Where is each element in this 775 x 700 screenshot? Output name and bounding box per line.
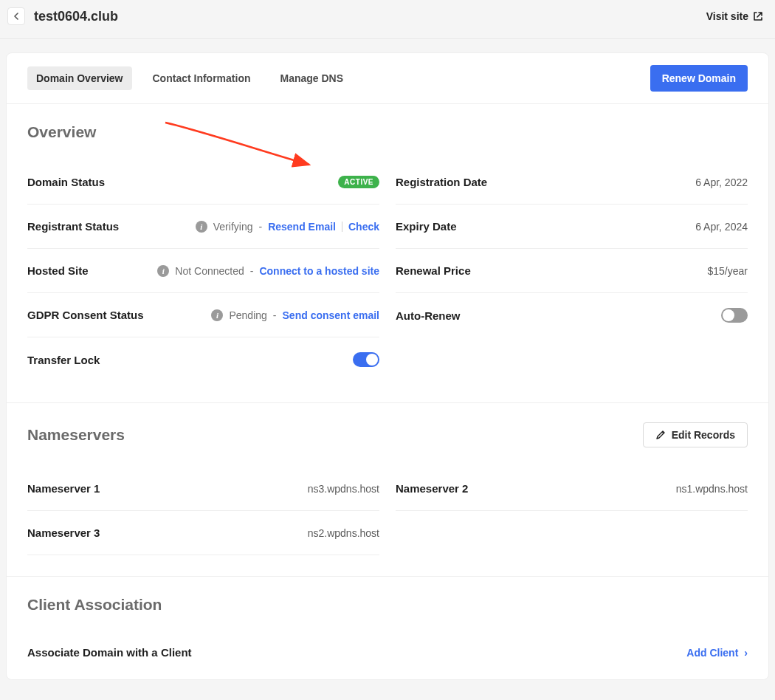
visit-site-link[interactable]: Visit site bbox=[706, 10, 763, 22]
separator: - bbox=[273, 309, 277, 321]
nameservers-heading: Nameservers bbox=[27, 426, 125, 444]
topbar: test0604.club Visit site bbox=[0, 0, 775, 39]
row-registrant-status: Registrant Status i Verifying - Resend E… bbox=[27, 205, 379, 249]
info-icon[interactable]: i bbox=[211, 309, 223, 321]
row-expiry-date: Expiry Date 6 Apr, 2024 bbox=[396, 205, 748, 249]
registration-date-value: 6 Apr, 2022 bbox=[695, 176, 748, 188]
nameserver-3-value: ns2.wpdns.host bbox=[308, 527, 379, 539]
domain-panel: Domain Overview Contact Information Mana… bbox=[6, 52, 769, 680]
row-renewal-price: Renewal Price $15/year bbox=[396, 249, 748, 293]
hosted-site-label: Hosted Site bbox=[27, 264, 89, 277]
registration-date-label: Registration Date bbox=[396, 176, 487, 188]
overview-section: Overview Domain Status ACTIVE Reg bbox=[7, 104, 768, 403]
nameserver-1-label: Nameserver 1 bbox=[27, 482, 100, 495]
add-client-link[interactable]: Add Client › bbox=[686, 647, 748, 659]
registrant-status-value: Verifying bbox=[213, 221, 253, 233]
tab-manage-dns[interactable]: Manage DNS bbox=[272, 66, 353, 90]
external-link-icon bbox=[753, 11, 763, 21]
client-association-heading: Client Association bbox=[27, 596, 748, 614]
row-registration-date: Registration Date 6 Apr, 2022 bbox=[396, 160, 748, 205]
edit-records-button[interactable]: Edit Records bbox=[643, 422, 748, 447]
row-auto-renew: Auto-Renew bbox=[396, 293, 748, 337]
row-associate-client: Associate Domain with a Client Add Clien… bbox=[27, 633, 748, 672]
overview-heading: Overview bbox=[27, 123, 748, 141]
tabs-row: Domain Overview Contact Information Mana… bbox=[7, 53, 768, 104]
transfer-lock-label: Transfer Lock bbox=[27, 354, 100, 366]
send-consent-email-link[interactable]: Send consent email bbox=[283, 309, 379, 321]
gdpr-label: GDPR Consent Status bbox=[27, 309, 144, 321]
row-nameserver-3: Nameserver 3 ns2.wpdns.host bbox=[27, 511, 379, 555]
edit-records-label: Edit Records bbox=[672, 429, 735, 441]
hosted-site-value: Not Connected bbox=[175, 265, 244, 277]
overview-left-col: Domain Status ACTIVE Registrant Status i… bbox=[27, 160, 379, 382]
nameserver-2-value: ns1.wpdns.host bbox=[676, 483, 748, 495]
separator: - bbox=[258, 221, 262, 233]
registrant-status-label: Registrant Status bbox=[27, 220, 119, 233]
row-hosted-site: Hosted Site i Not Connected - Connect to… bbox=[27, 249, 379, 293]
tab-domain-overview[interactable]: Domain Overview bbox=[27, 66, 132, 90]
row-nameserver-2: Nameserver 2 ns1.wpdns.host bbox=[396, 467, 748, 511]
client-association-section: Client Association Associate Domain with… bbox=[7, 577, 768, 679]
overview-right-col: Registration Date 6 Apr, 2022 Expiry Dat… bbox=[396, 160, 748, 382]
page-title: test0604.club bbox=[34, 9, 118, 24]
renew-domain-button[interactable]: Renew Domain bbox=[650, 65, 748, 92]
nameserver-3-label: Nameserver 3 bbox=[27, 526, 100, 539]
visit-site-label: Visit site bbox=[706, 10, 748, 22]
row-nameserver-1: Nameserver 1 ns3.wpdns.host bbox=[27, 467, 379, 511]
info-icon[interactable]: i bbox=[196, 221, 207, 233]
topbar-left: test0604.club bbox=[7, 7, 118, 25]
chevron-right-icon: › bbox=[744, 647, 748, 659]
tabs-list: Domain Overview Contact Information Mana… bbox=[27, 66, 352, 90]
nameservers-section: Nameservers Edit Records Nameserver 1 ns… bbox=[7, 403, 768, 577]
expiry-date-value: 6 Apr, 2024 bbox=[695, 221, 748, 233]
info-icon[interactable]: i bbox=[157, 265, 169, 277]
tab-contact-information[interactable]: Contact Information bbox=[144, 66, 260, 90]
row-domain-status: Domain Status ACTIVE bbox=[27, 160, 379, 205]
expiry-date-label: Expiry Date bbox=[396, 220, 457, 233]
separator: - bbox=[250, 265, 254, 277]
check-link[interactable]: Check bbox=[348, 221, 379, 233]
transfer-lock-toggle[interactable] bbox=[353, 352, 379, 367]
vertical-separator bbox=[342, 222, 342, 232]
nameserver-1-value: ns3.wpdns.host bbox=[308, 483, 379, 495]
gdpr-value: Pending bbox=[229, 309, 266, 321]
row-gdpr: GDPR Consent Status i Pending - Send con… bbox=[27, 293, 379, 337]
connect-hosted-site-link[interactable]: Connect to a hosted site bbox=[259, 265, 379, 277]
auto-renew-label: Auto-Renew bbox=[396, 309, 461, 322]
pencil-icon bbox=[655, 430, 666, 440]
auto-renew-toggle[interactable] bbox=[721, 308, 748, 323]
domain-status-badge: ACTIVE bbox=[338, 176, 379, 188]
back-button[interactable] bbox=[7, 7, 25, 25]
associate-client-label: Associate Domain with a Client bbox=[27, 646, 192, 659]
chevron-left-icon bbox=[13, 13, 19, 20]
add-client-label: Add Client bbox=[686, 647, 738, 659]
domain-status-label: Domain Status bbox=[27, 176, 105, 188]
row-transfer-lock: Transfer Lock bbox=[27, 337, 379, 382]
resend-email-link[interactable]: Resend Email bbox=[268, 221, 336, 233]
nameserver-2-label: Nameserver 2 bbox=[396, 482, 468, 495]
renewal-price-value: $15/year bbox=[708, 265, 748, 277]
renewal-price-label: Renewal Price bbox=[396, 264, 471, 277]
